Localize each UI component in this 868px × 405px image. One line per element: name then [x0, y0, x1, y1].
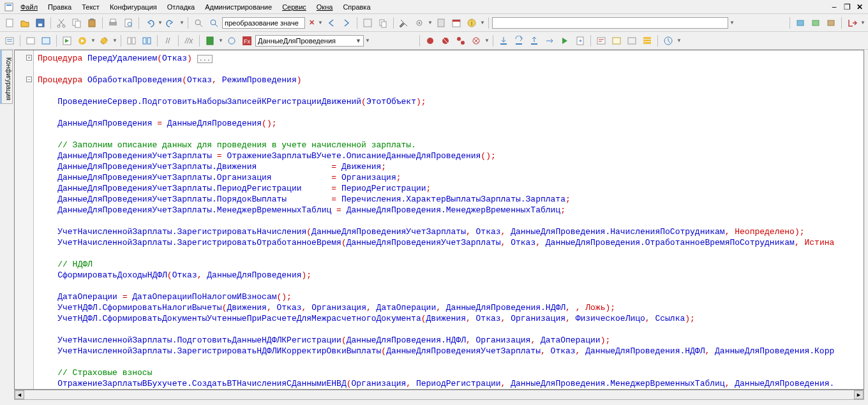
- copy2-icon[interactable]: [376, 16, 390, 30]
- new-icon[interactable]: [3, 16, 17, 30]
- gear-dropdown-icon[interactable]: ▼: [428, 20, 433, 26]
- find-next-icon[interactable]: [340, 16, 354, 30]
- find-prev-icon[interactable]: [324, 16, 338, 30]
- bookmark-icon[interactable]: [203, 34, 217, 48]
- print-preview-icon[interactable]: [121, 16, 135, 30]
- toggle-icon[interactable]: [361, 16, 375, 30]
- code-content[interactable]: Процедура ПередУдалением(Отказ) ... Проц…: [34, 50, 864, 389]
- svg-point-41: [228, 38, 235, 44]
- menu-help[interactable]: Справка: [339, 2, 374, 12]
- bp-clear-icon[interactable]: [469, 34, 483, 48]
- compare2-icon[interactable]: [140, 34, 154, 48]
- open-icon[interactable]: [18, 16, 32, 30]
- svg-rect-56: [643, 37, 651, 39]
- callstack-icon[interactable]: [640, 34, 654, 48]
- search-clear-icon[interactable]: ✕: [306, 16, 317, 30]
- menu-config[interactable]: Конфигурация: [106, 2, 161, 12]
- fold-plus-icon[interactable]: +: [26, 55, 32, 61]
- bookmark-dropdown-icon[interactable]: ▼: [218, 38, 223, 43]
- menu-windows[interactable]: Окна: [313, 2, 337, 12]
- code-editor[interactable]: + − Процедура ПередУдалением(Отказ) ... …: [14, 50, 864, 390]
- menu-debug[interactable]: Отладка: [163, 2, 198, 12]
- undo-dropdown-icon[interactable]: ▼: [158, 20, 163, 26]
- save-icon[interactable]: [33, 16, 47, 30]
- run-play-icon[interactable]: [75, 34, 89, 48]
- exit-dropdown-icon[interactable]: ▼: [860, 20, 865, 26]
- bp-dropdown-icon[interactable]: ▼: [484, 38, 490, 43]
- svg-rect-30: [6, 38, 13, 44]
- db-2-icon[interactable]: [809, 16, 823, 30]
- svg-rect-40: [207, 37, 213, 45]
- menu-file[interactable]: Файл: [17, 2, 41, 12]
- info-icon[interactable]: i: [465, 16, 479, 30]
- copy-icon[interactable]: [70, 16, 84, 30]
- immediate-icon[interactable]: [625, 34, 639, 48]
- step-cursor-icon[interactable]: [542, 34, 557, 48]
- run-1c-icon[interactable]: [60, 34, 74, 48]
- redo-icon[interactable]: [164, 16, 178, 30]
- close-icon[interactable]: ✕: [855, 3, 864, 11]
- bp-all-icon[interactable]: [454, 34, 468, 48]
- step-out-icon[interactable]: [527, 34, 541, 48]
- tool-c-icon[interactable]: [39, 34, 53, 48]
- sync-icon[interactable]: [225, 34, 239, 48]
- svg-rect-49: [500, 43, 507, 45]
- locals-icon[interactable]: [610, 34, 624, 48]
- uncomment-icon[interactable]: //х: [182, 34, 196, 48]
- perf-dropdown-icon[interactable]: ▼: [677, 38, 682, 43]
- print-icon[interactable]: [106, 16, 120, 30]
- scroll-left-icon[interactable]: ◄: [15, 390, 24, 399]
- procedure-combo[interactable]: ДанныеДляПроведения ▼: [255, 35, 364, 47]
- gear-icon[interactable]: [412, 16, 426, 30]
- func-icon[interactable]: Fx: [240, 34, 254, 48]
- redo-dropdown-icon[interactable]: ▼: [179, 20, 184, 26]
- run-dropdown-icon[interactable]: ▼: [91, 38, 96, 43]
- paste-icon[interactable]: [85, 16, 99, 30]
- procedure-combo-value: ДанныеДляПроведения: [258, 37, 336, 45]
- scroll-track[interactable]: [24, 390, 854, 399]
- menu-edit[interactable]: Правка: [44, 2, 75, 12]
- address-input[interactable]: [492, 17, 728, 29]
- page-arrow-icon[interactable]: [573, 34, 587, 48]
- step-over-icon[interactable]: [512, 34, 526, 48]
- comment-icon[interactable]: //: [161, 34, 175, 48]
- restore-icon[interactable]: ❐: [842, 3, 851, 11]
- refresh-icon[interactable]: [97, 34, 111, 48]
- cut-icon[interactable]: [54, 16, 68, 30]
- svg-point-46: [457, 37, 461, 41]
- svg-rect-9: [89, 20, 95, 27]
- find-global-icon[interactable]: [207, 16, 221, 30]
- minimize-icon[interactable]: –: [830, 3, 839, 11]
- fold-minus-icon[interactable]: −: [26, 77, 32, 82]
- search-dropdown-icon[interactable]: ▼: [318, 20, 323, 26]
- watch-icon[interactable]: [594, 34, 608, 48]
- calendar-icon[interactable]: [449, 16, 463, 30]
- find-icon[interactable]: [191, 16, 206, 30]
- horizontal-scrollbar[interactable]: ◄ ►: [14, 390, 864, 400]
- continue-icon[interactable]: [558, 34, 572, 48]
- menu-text[interactable]: Текст: [78, 2, 103, 12]
- svg-rect-57: [643, 40, 651, 41]
- perf-icon[interactable]: [661, 34, 675, 48]
- info-dropdown-icon[interactable]: ▼: [480, 20, 485, 26]
- search-input[interactable]: [222, 17, 305, 29]
- bp-add-icon[interactable]: [423, 34, 437, 48]
- sidebar-tab-config[interactable]: Конфигурация: [0, 50, 13, 104]
- compare-icon[interactable]: [124, 34, 138, 48]
- calc-icon[interactable]: [434, 16, 448, 30]
- exit-icon[interactable]: [845, 16, 859, 30]
- db-3-icon[interactable]: [824, 16, 838, 30]
- step-into-icon[interactable]: [497, 34, 511, 48]
- bp-del-icon[interactable]: [438, 34, 453, 48]
- refresh-dropdown-icon[interactable]: ▼: [112, 38, 117, 43]
- scroll-right-icon[interactable]: ►: [854, 390, 864, 399]
- tool-a-icon[interactable]: [3, 34, 17, 48]
- address-dropdown-icon[interactable]: ▼: [730, 20, 735, 26]
- procedure-dropdown-icon[interactable]: ▼: [365, 38, 370, 43]
- hammer-icon[interactable]: [397, 16, 411, 30]
- undo-icon[interactable]: [142, 16, 156, 30]
- menu-service[interactable]: Сервис: [278, 2, 310, 12]
- menu-admin[interactable]: Администрирование: [201, 2, 276, 12]
- db-1-icon[interactable]: [793, 16, 807, 30]
- tool-b-icon[interactable]: [24, 34, 38, 48]
